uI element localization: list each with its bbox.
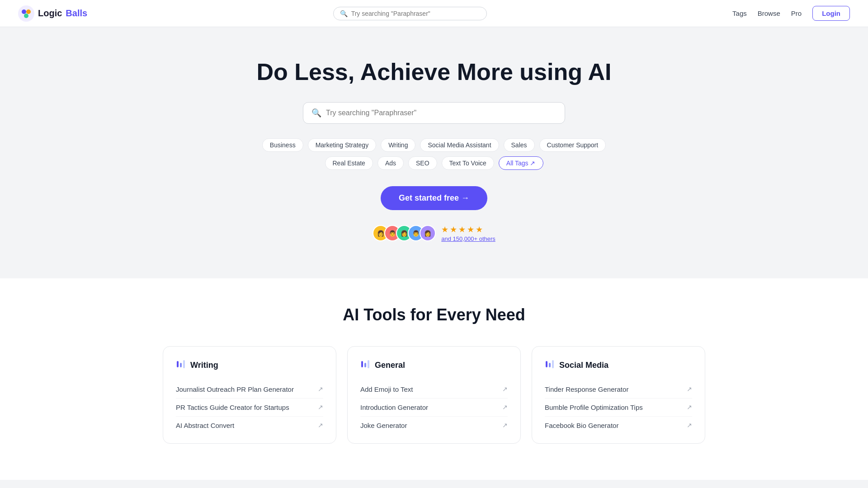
hero-search-box: 🔍	[303, 102, 565, 124]
nav-link-tags[interactable]: Tags	[732, 9, 747, 17]
get-started-button[interactable]: Get started free →	[381, 186, 487, 210]
tag-customer-support[interactable]: Customer Support	[539, 138, 606, 152]
tool-card-writing: Writing Journalist Outreach PR Plan Gene…	[163, 346, 336, 444]
ext-arrow-bumble: ↗	[687, 404, 692, 411]
social-proof-text[interactable]: and 150,000+ others	[441, 235, 495, 242]
tool-item-abstract-label: AI Abstract Convert	[176, 422, 234, 429]
tool-item-facebook-bio-label: Facebook Bio Generator	[545, 422, 618, 429]
tag-ads[interactable]: Ads	[377, 156, 404, 170]
tool-card-social-media-list: Tinder Response Generator ↗ Bumble Profi…	[545, 380, 692, 434]
tool-card-social-media-title: Social Media	[559, 361, 609, 370]
svg-rect-9	[368, 360, 369, 368]
svg-point-3	[24, 14, 28, 18]
star-2: ★	[450, 225, 457, 235]
ext-arrow-journalist: ↗	[318, 385, 323, 393]
ext-arrow-intro-gen: ↗	[502, 404, 508, 411]
stars-row: ★ ★ ★ ★ ★	[441, 225, 483, 235]
navbar-search-input[interactable]	[351, 10, 480, 17]
nav-link-pro[interactable]: Pro	[791, 9, 802, 17]
tag-real-estate[interactable]: Real Estate	[325, 156, 373, 170]
tool-card-general-title: General	[375, 361, 405, 370]
navbar-search-icon: 🔍	[340, 10, 348, 17]
tool-card-writing-header: Writing	[176, 359, 323, 371]
tool-item-add-emoji[interactable]: Add Emoji to Text ↗	[360, 380, 508, 399]
tag-marketing-strategy[interactable]: Marketing Strategy	[308, 138, 377, 152]
social-media-card-icon	[545, 359, 555, 371]
general-card-icon	[360, 359, 370, 371]
tool-item-bumble-label: Bumble Profile Optimization Tips	[545, 404, 643, 411]
ext-arrow-pr-tactics: ↗	[318, 404, 323, 411]
navbar: LogicBalls 🔍 Tags Browse Pro Login	[0, 0, 868, 27]
tag-text-to-voice[interactable]: Text To Voice	[442, 156, 494, 170]
tool-card-general-list: Add Emoji to Text ↗ Introduction Generat…	[360, 380, 508, 434]
tool-item-pr-tactics[interactable]: PR Tactics Guide Creator for Startups ↗	[176, 399, 323, 417]
ext-arrow-abstract: ↗	[318, 422, 323, 429]
tool-item-joke-gen-label: Joke Generator	[360, 422, 407, 429]
tool-item-add-emoji-label: Add Emoji to Text	[360, 385, 413, 393]
svg-point-2	[26, 9, 31, 14]
tool-card-writing-list: Journalist Outreach PR Plan Generator ↗ …	[176, 380, 323, 434]
tool-card-social-media-header: Social Media	[545, 359, 692, 371]
tool-item-intro-gen-label: Introduction Generator	[360, 404, 428, 411]
tools-grid: Writing Journalist Outreach PR Plan Gene…	[163, 346, 705, 444]
tool-card-general-header: General	[360, 359, 508, 371]
svg-rect-5	[180, 363, 182, 367]
tag-social-media-assistant[interactable]: Social Media Assistant	[420, 138, 499, 152]
svg-point-1	[22, 9, 26, 14]
star-1: ★	[441, 225, 448, 235]
tool-item-facebook-bio[interactable]: Facebook Bio Generator ↗	[545, 417, 692, 434]
hero-search-input[interactable]	[326, 109, 557, 117]
svg-rect-7	[361, 361, 363, 367]
tag-business[interactable]: Business	[262, 138, 303, 152]
stars-proof: ★ ★ ★ ★ ★ and 150,000+ others	[441, 225, 495, 242]
hero-section: Do Less, Achieve More using AI 🔍 Busines…	[0, 27, 868, 278]
tool-item-joke-gen[interactable]: Joke Generator ↗	[360, 417, 508, 434]
navbar-search-box: 🔍	[333, 7, 487, 20]
star-4: ★	[467, 225, 474, 235]
svg-rect-10	[546, 361, 547, 367]
tag-writing[interactable]: Writing	[381, 138, 415, 152]
avatars-group: 👩 👨 👩 👨 👩	[373, 225, 436, 241]
tools-section: AI Tools for Every Need Writing Journali…	[0, 278, 868, 480]
logo-logic: Logic	[38, 8, 62, 19]
ext-arrow-facebook-bio: ↗	[687, 422, 692, 429]
svg-rect-4	[177, 361, 179, 367]
ext-arrow-add-emoji: ↗	[502, 385, 508, 393]
hero-search-icon: 🔍	[311, 108, 321, 118]
svg-rect-12	[552, 360, 554, 368]
login-button[interactable]: Login	[812, 6, 850, 21]
tool-card-general: General Add Emoji to Text ↗ Introduction…	[347, 346, 521, 444]
tool-item-tinder[interactable]: Tinder Response Generator ↗	[545, 380, 692, 399]
tool-card-social-media: Social Media Tinder Response Generator ↗…	[532, 346, 705, 444]
tool-item-pr-tactics-label: PR Tactics Guide Creator for Startups	[176, 404, 289, 411]
social-proof: 👩 👨 👩 👨 👩 ★ ★ ★ ★ ★ and 150,000+ others	[9, 225, 859, 242]
tool-item-intro-gen[interactable]: Introduction Generator ↗	[360, 399, 508, 417]
tool-item-journalist[interactable]: Journalist Outreach PR Plan Generator ↗	[176, 380, 323, 399]
tag-sales[interactable]: Sales	[504, 138, 535, 152]
svg-rect-8	[364, 363, 366, 367]
tool-item-journalist-label: Journalist Outreach PR Plan Generator	[176, 385, 294, 393]
ext-arrow-tinder: ↗	[687, 385, 692, 393]
logo-balls: Balls	[66, 8, 87, 19]
svg-rect-6	[183, 360, 185, 368]
tags-row: Business Marketing Strategy Writing Soci…	[253, 138, 615, 170]
writing-card-icon	[176, 359, 186, 371]
tool-item-abstract[interactable]: AI Abstract Convert ↗	[176, 417, 323, 434]
ext-arrow-joke-gen: ↗	[502, 422, 508, 429]
navbar-nav: Tags Browse Pro Login	[732, 6, 850, 21]
tool-item-tinder-label: Tinder Response Generator	[545, 385, 628, 393]
tag-all-tags[interactable]: All Tags ↗	[499, 156, 543, 170]
star-5: ★	[476, 225, 483, 235]
star-3: ★	[458, 225, 466, 235]
logo[interactable]: LogicBalls	[18, 5, 87, 22]
tools-section-title: AI Tools for Every Need	[27, 305, 841, 324]
tag-seo[interactable]: SEO	[408, 156, 437, 170]
tool-item-bumble[interactable]: Bumble Profile Optimization Tips ↗	[545, 399, 692, 417]
hero-title: Do Less, Achieve More using AI	[9, 59, 859, 86]
tool-card-writing-title: Writing	[190, 361, 218, 370]
avatar-5: 👩	[420, 225, 436, 241]
nav-link-browse[interactable]: Browse	[758, 9, 780, 17]
svg-rect-11	[549, 363, 551, 367]
